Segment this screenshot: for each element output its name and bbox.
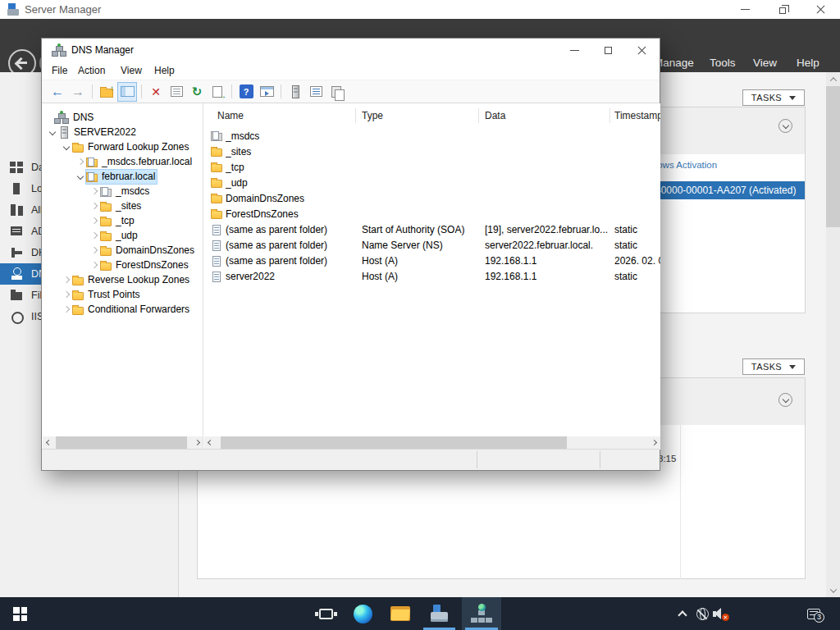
column-divider[interactable] — [355, 108, 356, 123]
list-row[interactable]: (same as parent folder)Host (A)192.168.1… — [204, 253, 660, 269]
tree-item-reverse-lookup-zones[interactable]: Reverse Lookup Zones — [43, 272, 203, 287]
help-icon[interactable]: ? — [237, 83, 255, 101]
menu-view[interactable]: View — [753, 57, 777, 69]
column-header-data[interactable]: Data — [485, 110, 505, 121]
scroll-down-arrow[interactable] — [826, 583, 840, 597]
expand-chevron-icon[interactable] — [61, 274, 72, 285]
tree-item-trust-points[interactable]: Trust Points — [43, 287, 203, 302]
list-row[interactable]: (same as parent folder)Start of Authorit… — [204, 222, 660, 238]
scrollbar-thumb[interactable] — [56, 436, 187, 449]
tree-horizontal-scrollbar[interactable] — [43, 436, 203, 449]
tree-item-forward-lookup-zones[interactable]: Forward Lookup Zones — [43, 139, 203, 154]
expand-chevron-icon[interactable] — [89, 215, 100, 226]
tree-item-msdcs-februar-local[interactable]: _msdcs.februar.local — [43, 154, 203, 169]
network-status-button[interactable] — [692, 597, 712, 630]
scroll-right-arrow[interactable] — [648, 436, 660, 449]
menu-tools[interactable]: Tools — [710, 57, 736, 69]
collapse-chevron-icon[interactable] — [778, 393, 792, 407]
collapse-chevron-icon[interactable] — [61, 141, 72, 153]
refresh-icon[interactable]: ↻ — [188, 83, 206, 101]
tree-item-sites[interactable]: _sites — [43, 199, 203, 213]
zone-icon — [86, 174, 98, 182]
tray-expand-button[interactable] — [673, 597, 692, 630]
list-row[interactable]: (same as parent folder)Name Server (NS)s… — [204, 238, 660, 253]
maximize-button[interactable] — [596, 40, 620, 60]
menu-file[interactable]: File — [52, 65, 67, 76]
volume-button[interactable]: ✕ — [710, 597, 732, 630]
delete-icon[interactable]: ✕ — [147, 83, 165, 101]
scroll-left-arrow[interactable] — [204, 436, 217, 449]
properties-icon[interactable] — [167, 83, 185, 101]
paste-icon[interactable] — [327, 83, 345, 101]
dns-manager-titlebar[interactable]: DNS Manager — [42, 39, 660, 62]
minimize-button[interactable] — [562, 40, 587, 60]
file-explorer-button[interactable] — [382, 597, 418, 630]
column-header-timestamp[interactable]: Timestamp — [614, 110, 660, 121]
list-row[interactable]: DomainDnsZones — [204, 191, 660, 207]
scroll-up-arrow[interactable] — [826, 72, 840, 86]
list-icon[interactable] — [307, 83, 325, 101]
close-button[interactable] — [629, 40, 654, 60]
restore-button[interactable] — [769, 0, 797, 19]
menu-help[interactable]: Help — [797, 57, 819, 69]
list-row[interactable]: ForestDnsZones — [204, 207, 660, 222]
minimize-button[interactable] — [731, 0, 759, 19]
menu-help[interactable]: Help — [154, 65, 175, 76]
tree-item-domaindnszones[interactable]: DomainDnsZones — [43, 243, 203, 258]
column-divider[interactable] — [609, 108, 610, 123]
expand-chevron-icon[interactable] — [61, 304, 72, 315]
list-horizontal-scrollbar[interactable] — [204, 436, 660, 449]
action-center-button[interactable]: 3 — [800, 597, 828, 630]
tree-item-udp[interactable]: _udp — [43, 228, 203, 243]
show-console-tree-icon[interactable] — [118, 83, 136, 101]
close-button[interactable] — [806, 0, 834, 19]
dns-manager-taskbar-button[interactable] — [462, 597, 501, 630]
tree-item-tcp[interactable]: _tcp — [43, 213, 203, 228]
servers-tasks-button[interactable]: TASKS — [742, 89, 805, 106]
list-row[interactable]: _sites — [204, 144, 660, 160]
menu-view[interactable]: View — [121, 65, 142, 76]
collapse-chevron-icon[interactable] — [47, 126, 58, 138]
menu-action[interactable]: Action — [78, 65, 105, 76]
server-icon[interactable] — [286, 83, 304, 101]
collapse-chevron-icon[interactable] — [75, 171, 86, 182]
new-window-icon[interactable] — [258, 83, 276, 101]
expand-chevron-icon[interactable] — [75, 156, 86, 167]
expand-chevron-icon[interactable] — [89, 244, 100, 256]
column-header-type[interactable]: Type — [362, 110, 383, 121]
expand-chevron-icon[interactable] — [89, 185, 100, 197]
list-row[interactable]: _tcp — [204, 160, 660, 176]
up-one-level-icon[interactable] — [98, 83, 116, 101]
scrollbar-thumb[interactable] — [221, 436, 567, 449]
server-manager-taskbar-button[interactable] — [420, 597, 459, 630]
list-row[interactable]: _udp — [204, 176, 660, 191]
collapse-chevron-icon[interactable] — [778, 119, 792, 133]
expand-chevron-icon[interactable] — [89, 200, 100, 212]
forward-icon[interactable]: → — [69, 83, 87, 101]
expand-chevron-icon[interactable] — [89, 230, 100, 241]
edge-button[interactable] — [345, 597, 381, 630]
column-divider[interactable] — [478, 108, 479, 123]
tree-item-conditional-forwarders[interactable]: Conditional Forwarders — [43, 302, 203, 317]
export-list-icon[interactable] — [208, 83, 226, 101]
column-header-name[interactable]: Name — [217, 110, 244, 121]
start-button[interactable] — [0, 597, 39, 630]
scroll-right-arrow[interactable] — [191, 436, 203, 449]
expand-chevron-icon[interactable] — [89, 259, 100, 271]
content-vertical-scrollbar[interactable] — [826, 72, 840, 597]
tree-item-server2022[interactable]: SERVER2022 — [43, 125, 203, 139]
tree-item-dns-root[interactable]: DNS — [43, 110, 203, 125]
tree-item-forestdnszones[interactable]: ForestDnsZones — [43, 258, 203, 272]
list-row[interactable]: _msdcs — [204, 129, 660, 144]
events-tasks-button[interactable]: TASKS — [742, 358, 805, 375]
list-row[interactable]: server2022Host (A)192.168.1.1static — [204, 269, 660, 285]
back-icon[interactable]: ← — [48, 83, 66, 101]
task-view-button[interactable] — [308, 597, 343, 630]
expand-chevron-icon[interactable] — [61, 289, 72, 300]
dns-manager-window: DNS Manager File Action View Help ← → ✕ … — [41, 38, 660, 471]
tree-item-label: _msdcs — [116, 185, 149, 197]
tree-item-msdcs[interactable]: _msdcs — [43, 184, 203, 199]
tree-item-februar-local[interactable]: februar.local — [43, 169, 203, 184]
scroll-left-arrow[interactable] — [43, 436, 55, 449]
scrollbar-thumb[interactable] — [826, 86, 840, 227]
